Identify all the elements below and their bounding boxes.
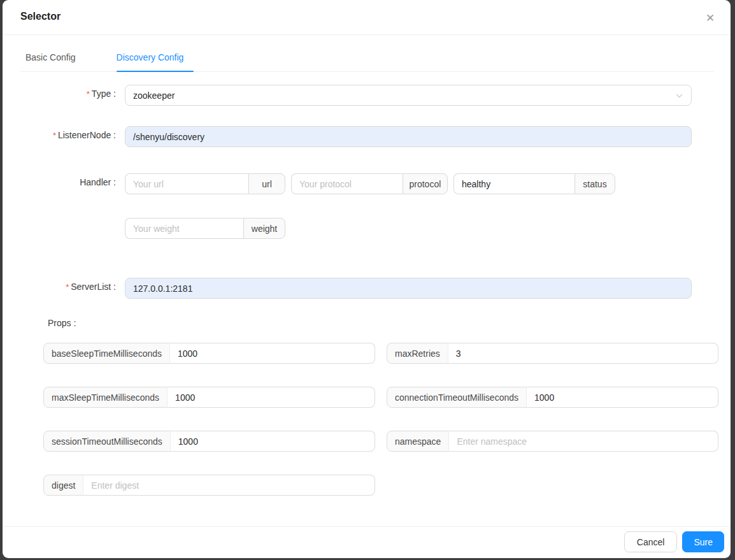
required-marker: * xyxy=(66,282,69,292)
prop-max-retries-key: maxRetries xyxy=(387,343,448,364)
handler-status-input[interactable] xyxy=(453,173,574,194)
selector-modal: Selector ✕ Basic Config Discovery Config… xyxy=(3,0,731,558)
server-list-label: *ServerList : xyxy=(3,278,125,292)
required-marker: * xyxy=(53,131,56,140)
sure-button[interactable]: Sure xyxy=(682,531,724,552)
prop-namespace-group: namespace xyxy=(387,431,718,452)
chevron-down-icon xyxy=(675,92,683,102)
tab-basic-config-label: Basic Config xyxy=(25,52,76,62)
server-list-field-row: *ServerList : xyxy=(3,278,731,299)
tab-bar: Basic Config Discovery Config xyxy=(20,52,714,72)
tab-basic-config[interactable]: Basic Config xyxy=(25,52,76,71)
handler-weight-addon: weight xyxy=(243,218,285,239)
listener-node-field-row: *ListenerNode : xyxy=(3,126,731,147)
handler-weight-input[interactable] xyxy=(125,218,243,239)
handler-protocol-group: protocol xyxy=(291,173,448,194)
modal-body: Basic Config Discovery Config *Type : zo… xyxy=(3,35,731,526)
handler-url-input[interactable] xyxy=(125,173,248,194)
prop-base-sleep-time-group: baseSleepTimeMilliseconds xyxy=(43,343,375,364)
listener-node-input[interactable] xyxy=(125,126,692,147)
prop-base-sleep-time-key: baseSleepTimeMilliseconds xyxy=(43,343,170,364)
prop-digest-key: digest xyxy=(43,475,83,496)
prop-base-sleep-time-input[interactable] xyxy=(169,343,375,364)
server-list-input[interactable] xyxy=(125,278,692,299)
handler-label: Handler : xyxy=(3,173,125,187)
modal-footer: Cancel Sure xyxy=(3,526,731,558)
prop-max-retries-group: maxRetries xyxy=(387,343,718,364)
prop-digest-group: digest xyxy=(43,475,375,496)
prop-namespace-input[interactable] xyxy=(448,431,718,452)
close-icon: ✕ xyxy=(706,11,715,25)
type-select[interactable]: zookeeper xyxy=(125,85,692,106)
handler-line-1: url protocol status xyxy=(125,173,692,194)
tab-discovery-config[interactable]: Discovery Config xyxy=(117,52,184,71)
props-grid: baseSleepTimeMilliseconds maxRetries max… xyxy=(43,343,718,496)
prop-max-retries-input[interactable] xyxy=(448,343,718,364)
handler-status-addon: status xyxy=(574,173,615,194)
active-tab-ink-bar xyxy=(117,71,194,72)
type-field-row: *Type : zookeeper xyxy=(3,85,731,106)
listener-node-label: *ListenerNode : xyxy=(3,126,125,140)
tab-discovery-config-label: Discovery Config xyxy=(117,52,184,62)
prop-connection-timeout-input[interactable] xyxy=(526,387,718,408)
prop-connection-timeout-group: connectionTimeoutMilliseconds xyxy=(387,387,718,408)
handler-line-2: weight xyxy=(125,218,692,239)
modal-header: Selector ✕ xyxy=(3,0,731,35)
prop-session-timeout-key: sessionTimeoutMilliseconds xyxy=(43,431,171,452)
prop-digest-input[interactable] xyxy=(83,475,375,496)
type-label: *Type : xyxy=(3,85,125,99)
prop-connection-timeout-key: connectionTimeoutMilliseconds xyxy=(387,387,527,408)
prop-max-sleep-time-key: maxSleepTimeMilliseconds xyxy=(43,387,168,408)
handler-url-group: url xyxy=(125,173,285,194)
modal-title: Selector xyxy=(20,11,61,22)
handler-status-group: status xyxy=(453,173,615,194)
type-select-value: zookeeper xyxy=(133,90,175,101)
discovery-config-form: *Type : zookeeper *ListenerNode : xyxy=(3,85,731,496)
prop-max-sleep-time-input[interactable] xyxy=(167,387,375,408)
handler-protocol-addon: protocol xyxy=(403,173,448,194)
handler-weight-group: weight xyxy=(125,218,285,239)
close-button[interactable]: ✕ xyxy=(701,9,719,27)
props-label: Props : xyxy=(48,318,731,328)
prop-max-sleep-time-group: maxSleepTimeMilliseconds xyxy=(43,387,375,408)
handler-url-addon: url xyxy=(248,173,285,194)
prop-session-timeout-group: sessionTimeoutMilliseconds xyxy=(43,431,375,452)
prop-namespace-key: namespace xyxy=(387,431,449,452)
handler-protocol-input[interactable] xyxy=(291,173,403,194)
required-marker: * xyxy=(87,89,90,99)
cancel-button[interactable]: Cancel xyxy=(624,531,678,552)
prop-session-timeout-input[interactable] xyxy=(170,431,375,452)
handler-field-row: Handler : url protocol xyxy=(3,173,731,239)
